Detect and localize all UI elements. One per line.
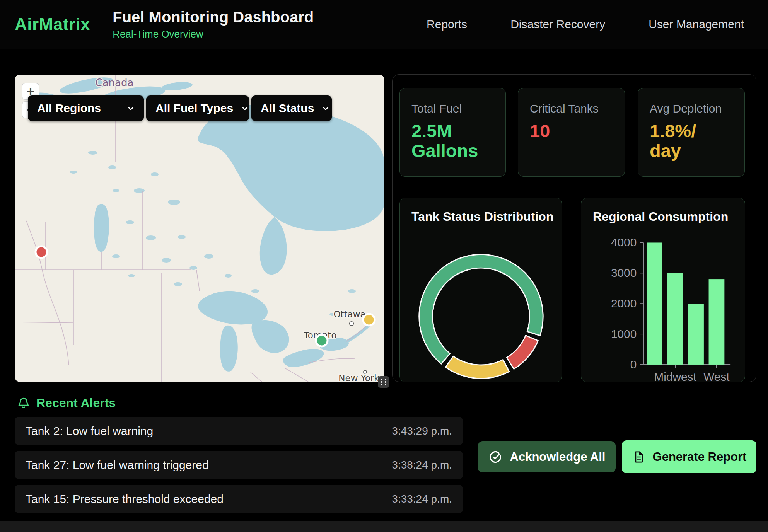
donut-chart-title: Tank Status Distribution <box>411 210 553 224</box>
app-logo: AirMatrix <box>15 15 90 34</box>
regional-consumption-bar-chart: 01000200030004000MidwestWest <box>581 198 745 382</box>
page-title: Fuel Monitoring Dashboard <box>113 9 314 26</box>
status-filter-value: All Status <box>261 102 314 115</box>
donut-segment-critical <box>507 336 538 369</box>
main-nav: Reports Disaster Recovery User Managemen… <box>427 18 744 31</box>
alert-row[interactable]: Tank 27: Low fuel warning triggered 3:38… <box>15 451 463 479</box>
nav-user-management[interactable]: User Management <box>649 18 744 31</box>
map-label-canada: Canada <box>96 77 134 89</box>
fuel-type-filter-value: All Fuel Types <box>155 102 233 115</box>
recent-alerts-heading: Recent Alerts <box>17 396 116 410</box>
alert-message: Tank 27: Low fuel warning triggered <box>26 459 209 472</box>
generate-report-button[interactable]: Generate Report <box>622 440 756 473</box>
consumption-bar-1 <box>667 273 683 365</box>
tank-status-chart-card: Tank Status Distribution <box>399 198 562 382</box>
svg-text:West: West <box>703 370 730 382</box>
tank-status-donut-chart <box>400 198 562 382</box>
svg-text:0: 0 <box>630 358 637 371</box>
nav-disaster-recovery[interactable]: Disaster Recovery <box>510 18 605 31</box>
check-circle-icon <box>488 450 502 464</box>
svg-text:2000: 2000 <box>611 297 637 310</box>
metrics-panel: Total Fuel 2.5M Gallons Critical Tanks 1… <box>392 74 756 382</box>
chevron-down-icon <box>239 103 250 114</box>
chevron-down-icon <box>125 103 136 114</box>
alert-timestamp: 3:43:29 p.m. <box>392 425 452 437</box>
page-subtitle: Real-Time Overview <box>113 28 314 40</box>
status-filter-dropdown[interactable]: All Status <box>251 95 332 121</box>
nav-reports[interactable]: Reports <box>427 18 467 31</box>
svg-text:Midwest: Midwest <box>654 370 696 382</box>
alert-timestamp: 3:33:24 p.m. <box>392 493 452 505</box>
donut-segment-warning <box>445 356 509 379</box>
bar-chart-title: Regional Consumption <box>593 210 728 224</box>
region-filter-value: All Regions <box>37 102 101 115</box>
stat-value-avg-depletion: 1.8%/ day <box>650 121 733 161</box>
tank-map[interactable]: Canada Toronto Ottawa New York + − All R… <box>15 75 384 382</box>
consumption-bar-2 <box>688 304 704 365</box>
consumption-bar-3 <box>709 279 725 365</box>
chevron-down-icon <box>320 103 331 114</box>
regional-consumption-chart-card: Regional Consumption 01000200030004000Mi… <box>581 198 745 382</box>
stat-card-total-fuel: Total Fuel 2.5M Gallons <box>399 88 506 177</box>
stat-label: Critical Tanks <box>530 102 613 115</box>
alert-row[interactable]: Tank 15: Pressure threshold exceeded 3:3… <box>15 485 463 513</box>
acknowledge-all-button[interactable]: Acknowledge All <box>478 441 616 472</box>
alert-timestamp: 3:38:24 p.m. <box>392 459 452 471</box>
alert-message: Tank 15: Pressure threshold exceeded <box>26 493 224 506</box>
normal-tank-marker[interactable] <box>316 335 328 346</box>
critical-tank-marker[interactable] <box>36 246 47 258</box>
svg-text:3000: 3000 <box>611 266 637 279</box>
stat-value-critical-tanks: 10 <box>530 121 613 141</box>
stat-card-avg-depletion: Avg Depletion 1.8%/ day <box>638 88 745 177</box>
bottom-bar <box>0 521 768 532</box>
map-filter-bar: All Regions All Fuel Types All Status <box>28 95 332 121</box>
consumption-bar-0 <box>647 242 662 364</box>
generate-report-label: Generate Report <box>653 450 747 464</box>
document-icon <box>632 450 645 464</box>
recent-alerts-title: Recent Alerts <box>36 396 116 410</box>
region-filter-dropdown[interactable]: All Regions <box>28 95 144 121</box>
stat-label: Avg Depletion <box>650 102 733 115</box>
map-resize-handle[interactable] <box>378 376 389 388</box>
map-label-ottawa: Ottawa <box>333 309 365 319</box>
map-label-new-york: New York <box>338 373 379 382</box>
stat-label: Total Fuel <box>411 102 494 115</box>
fuel-type-filter-dropdown[interactable]: All Fuel Types <box>146 95 249 121</box>
title-block: Fuel Monitoring Dashboard Real-Time Over… <box>113 9 314 40</box>
stat-card-critical-tanks: Critical Tanks 10 <box>518 88 625 177</box>
acknowledge-all-label: Acknowledge All <box>510 450 606 464</box>
bell-icon <box>17 397 30 410</box>
stat-value-total-fuel: 2.5M Gallons <box>411 121 494 161</box>
app-header: AirMatrix Fuel Monitoring Dashboard Real… <box>0 0 768 49</box>
warning-tank-marker[interactable] <box>363 314 375 326</box>
alert-row[interactable]: Tank 2: Low fuel warning 3:43:29 p.m. <box>15 417 463 445</box>
alert-message: Tank 2: Low fuel warning <box>26 425 153 438</box>
svg-text:1000: 1000 <box>611 327 637 340</box>
svg-text:4000: 4000 <box>611 236 637 249</box>
